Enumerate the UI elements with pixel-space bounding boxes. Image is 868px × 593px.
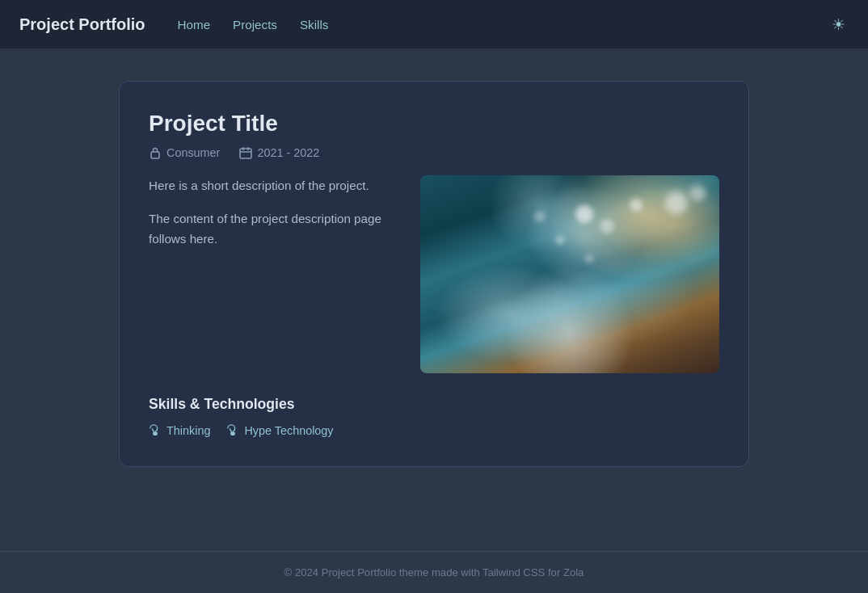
svg-rect-5 <box>232 434 235 435</box>
nav-home[interactable]: Home <box>178 18 211 32</box>
date-range-label: 2021 - 2022 <box>257 146 319 159</box>
svg-rect-0 <box>151 152 159 158</box>
project-title: Project Title <box>149 111 719 137</box>
calendar-icon <box>239 146 252 159</box>
lock-icon <box>149 146 162 159</box>
skills-heading: Skills & Technologies <box>149 396 719 413</box>
main-content: Project Title Consumer <box>0 48 868 551</box>
project-meta: Consumer 2021 - 2022 <box>149 146 719 159</box>
project-description: Here is a short description of the proje… <box>149 175 401 373</box>
project-card: Project Title Consumer <box>119 81 749 467</box>
tag-thinking: Thinking <box>149 424 210 437</box>
nav-skills[interactable]: Skills <box>300 18 328 32</box>
project-category: Consumer <box>149 146 220 159</box>
theme-toggle-button[interactable]: ☀ <box>828 12 849 37</box>
project-dates: 2021 - 2022 <box>239 146 319 159</box>
site-brand: Project Portfolio <box>19 15 145 34</box>
sun-icon: ☀ <box>832 15 845 34</box>
nav-projects[interactable]: Projects <box>233 18 277 32</box>
project-content-area: Here is a short description of the proje… <box>149 175 719 373</box>
tag-icon-hype <box>226 424 239 437</box>
tag-hype-label: Hype Technology <box>244 424 333 437</box>
short-description: Here is a short description of the proje… <box>149 175 401 196</box>
skills-section: Skills & Technologies Thinking <box>149 396 719 437</box>
svg-rect-1 <box>240 149 251 158</box>
footer-text: © 2024 Project Portfolio theme made with… <box>284 566 584 578</box>
tag-hype: Hype Technology <box>226 424 333 437</box>
nav-links: Home Projects Skills <box>178 18 329 32</box>
tags-row: Thinking Hype Technology <box>149 424 719 437</box>
footer: © 2024 Project Portfolio theme made with… <box>0 551 868 593</box>
long-description: The content of the project description p… <box>149 208 401 249</box>
tag-thinking-label: Thinking <box>166 424 210 437</box>
navbar: Project Portfolio Home Projects Skills ☀ <box>0 0 868 48</box>
category-label: Consumer <box>166 146 220 159</box>
project-image <box>420 175 719 373</box>
tag-icon-thinking <box>149 424 162 437</box>
svg-rect-3 <box>154 434 157 435</box>
